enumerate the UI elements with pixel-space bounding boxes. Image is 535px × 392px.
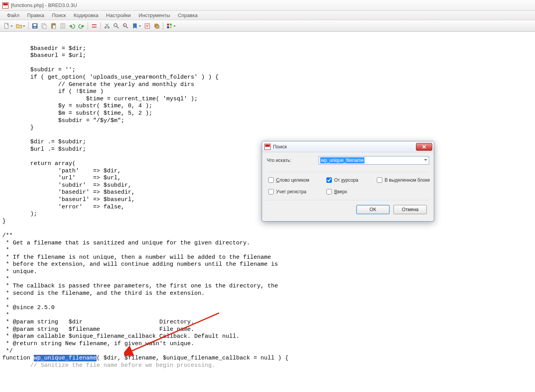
wrap-button[interactable] bbox=[143, 22, 152, 30]
code-line: /** bbox=[2, 232, 13, 239]
window-title: [functions.php] - BRED3.0.3U bbox=[11, 2, 77, 8]
palette-button[interactable] bbox=[165, 22, 174, 30]
svg-rect-13 bbox=[92, 24, 97, 25]
code-line: $m = substr( $time, 5, 2 ); bbox=[2, 110, 152, 117]
code-line: 'baseurl' => $baseurl, bbox=[2, 196, 135, 203]
checkbox-in-selection[interactable]: В выделенном блоке bbox=[377, 177, 439, 183]
checkbox-from-cursor[interactable]: От курсора bbox=[326, 177, 377, 183]
notes-button[interactable] bbox=[59, 22, 67, 30]
open-folder-button[interactable] bbox=[15, 22, 23, 30]
code-line: ); bbox=[2, 211, 37, 217]
bookmark-button[interactable] bbox=[131, 22, 139, 30]
code-line: 'error' => false, bbox=[2, 204, 124, 210]
code-line: $subdir = "/$y/$m"; bbox=[2, 117, 124, 124]
svg-rect-2 bbox=[33, 24, 36, 26]
code-line: * bbox=[2, 247, 9, 253]
toolbar-separator bbox=[88, 22, 88, 30]
search-input[interactable]: wp_unique_filename bbox=[319, 156, 429, 165]
window-titlebar: [functions.php] - BRED3.0.3U bbox=[0, 0, 535, 11]
code-line: if ( !$time ) bbox=[2, 88, 104, 95]
dialog-titlebar[interactable]: Поиск bbox=[262, 141, 434, 152]
checkbox-whole-word[interactable]: Слово целиком bbox=[268, 177, 326, 183]
svg-rect-25 bbox=[167, 24, 169, 26]
cancel-button[interactable]: Отмена bbox=[393, 205, 427, 214]
svg-rect-26 bbox=[170, 24, 172, 26]
toolbar-separator bbox=[100, 22, 101, 30]
code-line: * bbox=[2, 276, 9, 282]
app-icon bbox=[2, 2, 9, 9]
search-input-value: wp_unique_filename bbox=[320, 157, 364, 163]
code-line: */ bbox=[2, 348, 13, 354]
code-line: * @param callable $unique_filename_callb… bbox=[2, 333, 240, 340]
code-line: * before the extension, and will continu… bbox=[2, 261, 278, 268]
menu-edit[interactable]: Правка bbox=[23, 11, 48, 19]
code-line: // Sanitize the file name before we begi… bbox=[2, 362, 215, 369]
undo-button[interactable] bbox=[68, 22, 76, 30]
svg-line-18 bbox=[117, 26, 119, 28]
code-line: 'basedir' => $basedir, bbox=[2, 189, 135, 196]
save-button[interactable] bbox=[31, 22, 39, 30]
code-line: } bbox=[2, 124, 34, 131]
svg-rect-28 bbox=[170, 26, 172, 28]
menu-search[interactable]: Поиск bbox=[48, 11, 70, 19]
paste-button[interactable] bbox=[49, 22, 58, 30]
checkbox-match-case-input[interactable] bbox=[268, 189, 274, 194]
menu-settings[interactable]: Настройки bbox=[102, 11, 135, 19]
code-line: 'path' => $dir, bbox=[2, 168, 121, 174]
checkbox-match-case[interactable]: Учет регистра bbox=[268, 189, 326, 194]
menubar: Файл Правка Поиск Кодировка Настройки Ин… bbox=[0, 11, 535, 20]
code-line: * bbox=[2, 312, 9, 318]
svg-rect-27 bbox=[167, 26, 169, 28]
code-line: 'subdir' => $subdir, bbox=[2, 182, 131, 189]
checkbox-in-selection-input[interactable] bbox=[377, 177, 382, 183]
checkbox-up-input[interactable] bbox=[326, 189, 332, 194]
code-line: * The callback is passed three parameter… bbox=[2, 283, 278, 289]
copy-stack-button[interactable] bbox=[152, 22, 161, 30]
code-line: * @param string $filename File name. bbox=[2, 326, 194, 333]
redo-button[interactable] bbox=[77, 22, 86, 30]
code-line: * second is the filename, and the third … bbox=[2, 290, 205, 297]
svg-text:A: A bbox=[124, 24, 125, 27]
checkbox-whole-word-input[interactable] bbox=[268, 177, 274, 183]
new-file-button[interactable] bbox=[2, 22, 11, 30]
search-dialog: Поиск Что искать: wp_unique_filename Сло… bbox=[262, 141, 434, 222]
code-line: if ( get_option( 'uploads_use_yearmonth_… bbox=[2, 74, 219, 81]
svg-rect-5 bbox=[43, 25, 46, 29]
code-line: * If the filename is not unique, then a … bbox=[2, 254, 271, 261]
svg-line-20 bbox=[126, 26, 128, 28]
svg-rect-14 bbox=[92, 27, 97, 28]
app-icon bbox=[264, 144, 271, 150]
replace-button[interactable]: A bbox=[121, 22, 130, 30]
copy-button[interactable] bbox=[40, 22, 48, 30]
svg-rect-7 bbox=[52, 23, 55, 24]
find-button[interactable] bbox=[112, 22, 121, 30]
code-line: $time = current_time( 'mysql' ); bbox=[2, 96, 198, 102]
svg-rect-0 bbox=[5, 23, 8, 28]
code-line: 'url' => $url, bbox=[2, 175, 121, 181]
cut-button[interactable] bbox=[90, 22, 98, 30]
svg-point-17 bbox=[114, 24, 117, 27]
code-line: return array( bbox=[2, 160, 76, 167]
ok-button[interactable]: OK bbox=[356, 205, 390, 214]
dialog-title: Поиск bbox=[273, 144, 416, 150]
menu-file[interactable]: Файл bbox=[3, 11, 23, 19]
code-line: * @return string New filename, if given … bbox=[2, 340, 194, 347]
menu-help[interactable]: Справка bbox=[174, 11, 202, 19]
dialog-close-button[interactable] bbox=[416, 143, 432, 151]
toolbar: A bbox=[0, 20, 535, 32]
code-line: // Generate the yearly and monthly dirs bbox=[2, 81, 194, 88]
code-line: $y = substr( $time, 0, 4 ); bbox=[2, 103, 152, 109]
toolbar-separator bbox=[163, 22, 163, 30]
code-line: $url .= $subdir; bbox=[2, 146, 86, 153]
checkbox-up[interactable]: Вверх bbox=[326, 189, 377, 194]
code-line: * @since 2.5.0 bbox=[2, 304, 55, 311]
code-line: * @param string $dir Directory. bbox=[2, 319, 194, 325]
code-line: * unique. bbox=[2, 268, 37, 275]
checkbox-from-cursor-input[interactable] bbox=[326, 177, 332, 183]
code-line: $basedir = $dir; bbox=[2, 45, 86, 52]
chevron-down-icon[interactable] bbox=[424, 159, 427, 162]
menu-tools[interactable]: Инструменты bbox=[135, 11, 174, 19]
menu-encoding[interactable]: Кодировка bbox=[70, 11, 102, 19]
code-line: $dir .= $subdir; bbox=[2, 139, 86, 145]
scissors-button[interactable] bbox=[103, 22, 111, 30]
